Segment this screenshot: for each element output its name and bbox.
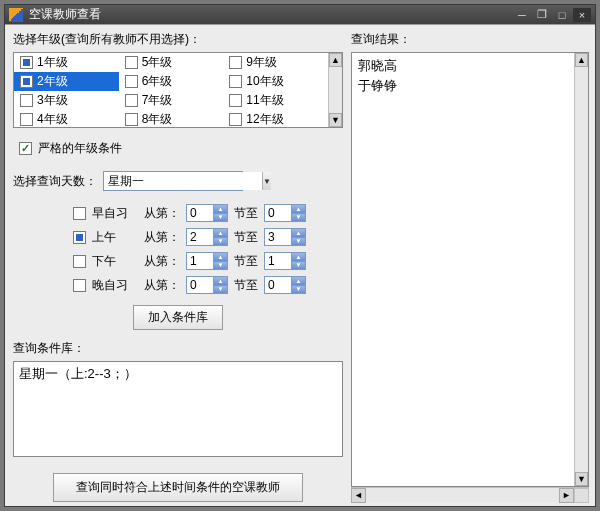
spin-up-icon[interactable]: ▲ xyxy=(291,205,305,214)
from-spinner[interactable]: ▲▼ xyxy=(186,228,228,246)
grade-item[interactable]: 12年级 xyxy=(223,110,328,128)
spin-down-icon[interactable]: ▼ xyxy=(213,214,227,222)
grade-item[interactable]: 5年级 xyxy=(119,53,224,72)
grade-label: 2年级 xyxy=(37,73,68,90)
period-section: 早自习从第：▲▼节至▲▼上午从第：▲▼节至▲▼下午从第：▲▼节至▲▼晚自习从第：… xyxy=(73,201,343,297)
day-combobox[interactable]: ▼ xyxy=(103,171,243,191)
to-spinner[interactable]: ▲▼ xyxy=(264,252,306,270)
grade-label: 12年级 xyxy=(246,111,283,128)
from-spinner[interactable]: ▲▼ xyxy=(186,204,228,222)
restore-button[interactable]: ❐ xyxy=(533,8,551,22)
period-name: 晚自习 xyxy=(92,277,138,294)
grade-item[interactable]: 7年级 xyxy=(119,91,224,110)
scroll-corner xyxy=(574,488,589,503)
grade-checkbox[interactable] xyxy=(125,75,138,88)
grade-item[interactable]: 8年级 xyxy=(119,110,224,128)
query-button[interactable]: 查询同时符合上述时间条件的空课教师 xyxy=(53,473,303,502)
to-input[interactable] xyxy=(265,205,291,221)
grade-checkbox[interactable] xyxy=(229,75,242,88)
to-spinner[interactable]: ▲▼ xyxy=(264,204,306,222)
from-input[interactable] xyxy=(187,277,213,293)
spin-up-icon[interactable]: ▲ xyxy=(291,253,305,262)
spin-down-icon[interactable]: ▼ xyxy=(213,286,227,294)
result-item[interactable]: 郭晓高 xyxy=(358,56,582,76)
from-input[interactable] xyxy=(187,229,213,245)
grade-item[interactable]: 6年级 xyxy=(119,72,224,91)
grade-item[interactable]: 2年级 xyxy=(14,72,119,91)
spin-up-icon[interactable]: ▲ xyxy=(213,253,227,262)
from-spinner[interactable]: ▲▼ xyxy=(186,252,228,270)
spin-down-icon[interactable]: ▼ xyxy=(291,262,305,270)
grade-checkbox[interactable] xyxy=(20,56,33,69)
period-checkbox[interactable] xyxy=(73,231,86,244)
from-input[interactable] xyxy=(187,253,213,269)
chevron-down-icon[interactable]: ▼ xyxy=(262,172,271,190)
spin-up-icon[interactable]: ▲ xyxy=(213,277,227,286)
scroll-left-icon[interactable]: ◄ xyxy=(351,488,366,503)
grade-item[interactable]: 9年级 xyxy=(223,53,328,72)
results-hscroll[interactable]: ◄ ► xyxy=(351,487,589,502)
from-input[interactable] xyxy=(187,205,213,221)
minimize-button[interactable]: ─ xyxy=(513,8,531,22)
results-listbox[interactable]: 郭晓高于铮铮 ▲ ▼ xyxy=(351,52,589,487)
spin-down-icon[interactable]: ▼ xyxy=(291,238,305,246)
grade-item[interactable]: 4年级 xyxy=(14,110,119,128)
scroll-down-icon[interactable]: ▼ xyxy=(575,472,588,486)
grade-scrollbar[interactable]: ▲ ▼ xyxy=(328,53,342,127)
window-title: 空课教师查看 xyxy=(29,6,101,23)
to-input[interactable] xyxy=(265,253,291,269)
spin-up-icon[interactable]: ▲ xyxy=(213,229,227,238)
scroll-right-icon[interactable]: ► xyxy=(559,488,574,503)
period-checkbox[interactable] xyxy=(73,279,86,292)
grade-checkbox[interactable] xyxy=(125,113,138,126)
period-checkbox[interactable] xyxy=(73,207,86,220)
grade-checkbox[interactable] xyxy=(229,113,242,126)
add-condition-button[interactable]: 加入条件库 xyxy=(133,305,223,330)
grade-checkbox[interactable] xyxy=(20,94,33,107)
grade-label: 6年级 xyxy=(142,73,173,90)
to-spinner[interactable]: ▲▼ xyxy=(264,228,306,246)
grade-item[interactable]: 1年级 xyxy=(14,53,119,72)
day-input[interactable] xyxy=(104,172,262,190)
maximize-button[interactable]: □ xyxy=(553,8,571,22)
grade-checkbox[interactable] xyxy=(20,113,33,126)
grade-label: 7年级 xyxy=(142,92,173,109)
result-item[interactable]: 于铮铮 xyxy=(358,76,582,96)
to-spinner[interactable]: ▲▼ xyxy=(264,276,306,294)
period-name: 早自习 xyxy=(92,205,138,222)
spin-up-icon[interactable]: ▲ xyxy=(213,205,227,214)
day-select-row: 选择查询天数： ▼ xyxy=(13,171,343,191)
close-button[interactable]: × xyxy=(573,8,591,22)
spin-down-icon[interactable]: ▼ xyxy=(213,238,227,246)
grade-item[interactable]: 10年级 xyxy=(223,72,328,91)
spin-down-icon[interactable]: ▼ xyxy=(213,262,227,270)
grade-checkbox[interactable] xyxy=(125,56,138,69)
spin-down-icon[interactable]: ▼ xyxy=(291,286,305,294)
app-icon xyxy=(9,8,23,22)
grade-listbox[interactable]: 1年级5年级9年级2年级6年级10年级3年级7年级11年级4年级8年级12年级 … xyxy=(13,52,343,128)
to-input[interactable] xyxy=(265,277,291,293)
spin-up-icon[interactable]: ▲ xyxy=(291,277,305,286)
titlebar[interactable]: 空课教师查看 ─ ❐ □ × xyxy=(5,5,595,24)
grade-item[interactable]: 11年级 xyxy=(223,91,328,110)
scroll-up-icon[interactable]: ▲ xyxy=(575,53,588,67)
grade-checkbox[interactable] xyxy=(20,75,33,88)
grade-item[interactable]: 3年级 xyxy=(14,91,119,110)
period-checkbox[interactable] xyxy=(73,255,86,268)
condition-listbox[interactable]: 星期一（上:2--3；） xyxy=(13,361,343,457)
from-spinner[interactable]: ▲▼ xyxy=(186,276,228,294)
results-scrollbar[interactable]: ▲ ▼ xyxy=(574,53,588,486)
scroll-down-icon[interactable]: ▼ xyxy=(329,113,342,127)
to-input[interactable] xyxy=(265,229,291,245)
strict-checkbox[interactable] xyxy=(19,142,32,155)
grade-checkbox[interactable] xyxy=(229,94,242,107)
condition-item[interactable]: 星期一（上:2--3；） xyxy=(19,365,337,383)
grade-checkbox[interactable] xyxy=(125,94,138,107)
scroll-up-icon[interactable]: ▲ xyxy=(329,53,342,67)
day-select-label: 选择查询天数： xyxy=(13,173,97,190)
spin-up-icon[interactable]: ▲ xyxy=(291,229,305,238)
left-pane: 选择年级(查询所有教师不用选择)： 1年级5年级9年级2年级6年级10年级3年级… xyxy=(5,25,347,506)
spin-down-icon[interactable]: ▼ xyxy=(291,214,305,222)
grade-checkbox[interactable] xyxy=(229,56,242,69)
strict-label: 严格的年级条件 xyxy=(38,140,122,157)
